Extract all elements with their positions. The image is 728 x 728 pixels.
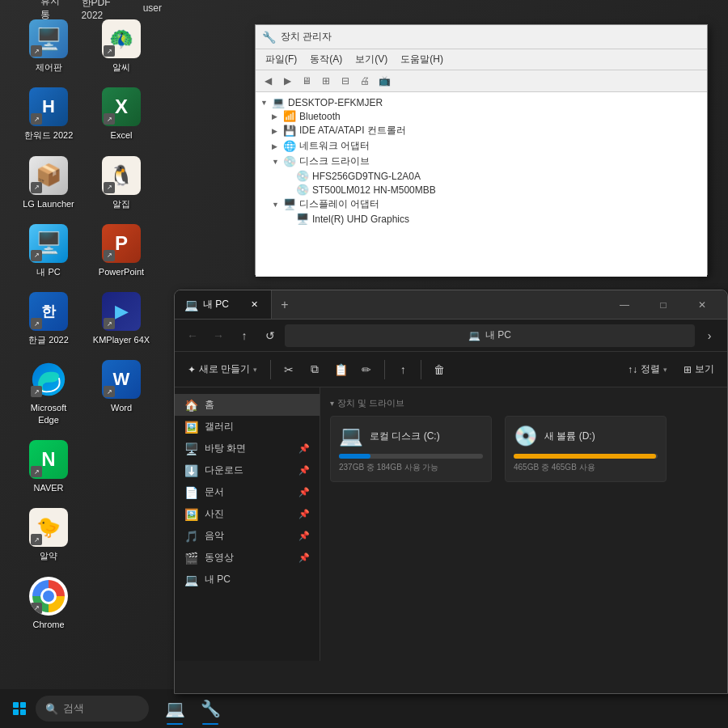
- tree-disk-drives[interactable]: ▼ 💿 디스크 드라이브: [259, 154, 704, 169]
- sidebar-documents-label: 문서: [205, 485, 224, 499]
- toolbar-paste[interactable]: 📋: [329, 358, 352, 381]
- toolbar-rename[interactable]: ✏: [355, 358, 378, 381]
- toolbar-delete[interactable]: 🗑: [428, 358, 451, 381]
- view-icon: ⊞: [684, 364, 692, 375]
- desktop-icon-hanword[interactable]: H ↗ 한워드 2022: [16, 84, 81, 144]
- menu-help[interactable]: 도움말(H): [394, 51, 450, 68]
- win-close[interactable]: ✕: [684, 292, 721, 318]
- explorer-titlebar: 💻 내 PC ✕ + — □ ✕: [175, 290, 727, 320]
- toolbar-copy[interactable]: ⧉: [303, 358, 326, 381]
- desktop-icon-hangul[interactable]: 한 ↗ 한글 2022: [16, 289, 81, 349]
- desktop-icon-aljip[interactable]: 🐧 ↗ 알집: [89, 153, 154, 213]
- drive-d[interactable]: 💿 새 볼륨 (D:) 465GB 중 465GB 사용: [505, 416, 667, 482]
- drive-c-icon: 💻: [339, 425, 363, 447]
- toolbar-share[interactable]: ↑: [392, 358, 414, 381]
- menu-file[interactable]: 파일(F): [259, 51, 303, 68]
- sidebar-my-pc[interactable]: 💻 내 PC: [175, 569, 320, 590]
- nav-back[interactable]: ←: [181, 324, 204, 347]
- nav-up[interactable]: ↑: [233, 324, 256, 347]
- tree-network[interactable]: ▶ 🌐 네트워크 어댑터: [259, 138, 704, 154]
- new-chevron: ▾: [253, 366, 257, 374]
- desktop-icon-lg-launcher[interactable]: 📦 ↗ LG Launcher: [16, 153, 81, 213]
- taskbar-device-mgr[interactable]: 🔧: [194, 692, 226, 725]
- icon-label-naver: NAVER: [33, 482, 63, 493]
- sort-chevron: ▾: [663, 366, 667, 374]
- tb-print[interactable]: 🖨: [356, 72, 374, 90]
- explorer-tab-close[interactable]: ✕: [247, 298, 261, 312]
- sidebar-gallery[interactable]: 🖼️ 갤러리: [175, 416, 320, 438]
- explorer-tab-add[interactable]: +: [272, 292, 298, 318]
- explorer-tab-title: 내 PC: [203, 298, 229, 311]
- toolbar-sep1: [270, 360, 271, 379]
- tree-ide[interactable]: ▶ 💾 IDE ATA/ATAPI 컨트롤러: [259, 123, 704, 138]
- music-icon: 🎵: [184, 530, 198, 543]
- sidebar-pictures[interactable]: 🖼️ 사진 📌: [175, 503, 320, 525]
- tb-computer[interactable]: 🖥: [298, 72, 315, 90]
- tree-bluetooth[interactable]: ▶ 📶 Bluetooth: [259, 109, 704, 123]
- toolbar-view[interactable]: ⊞ 보기: [677, 359, 721, 379]
- pictures-pin-icon: 📌: [298, 509, 310, 519]
- drive-c-header: 💻 로컬 디스크 (C:): [339, 425, 483, 447]
- tree-root[interactable]: ▼ 💻 DESKTOP-EFKMJER: [259, 95, 704, 109]
- toolbar-new[interactable]: ✦ 새로 만들기 ▾: [181, 359, 264, 379]
- desktop-icon-powerpoint[interactable]: P ↗ PowerPoint: [89, 221, 154, 281]
- explorer-tab-my-pc[interactable]: 💻 내 PC ✕: [175, 290, 272, 319]
- new-icon: ✦: [188, 364, 196, 375]
- tree-st500[interactable]: ▶ 💿 ST500LM012 HN-M500MBB: [259, 183, 704, 197]
- icon-label-lg-launcher: LG Launcher: [23, 198, 74, 210]
- desktop-icon-kmplayer[interactable]: ▶ ↗ KMPlayer 64X: [89, 289, 154, 349]
- desktop-icon-alzak[interactable]: 🐤 ↗ 알약: [16, 505, 81, 565]
- sidebar-music[interactable]: 🎵 음악 📌: [175, 525, 320, 547]
- desktop-icon-naver[interactable]: N ↗ NAVER: [16, 437, 81, 497]
- desktop-icon-control-panel[interactable]: 🖥️ ↗ 제어판: [16, 16, 81, 76]
- tb-monitor[interactable]: 📺: [375, 72, 393, 90]
- drive-d-info: 465GB 중 465GB 사용: [514, 462, 658, 473]
- taskbar-search[interactable]: 🔍 검색: [36, 696, 149, 722]
- file-explorer-window: 💻 내 PC ✕ + — □ ✕ ← → ↑ ↺ 💻 내 PC ›: [174, 290, 728, 694]
- desktop-icon-word[interactable]: W ↗ Word: [89, 357, 154, 417]
- tb-forward[interactable]: ▶: [278, 72, 296, 90]
- toolbar-sort[interactable]: ↑↓ 정렬 ▾: [621, 359, 674, 379]
- icon-label-chrome: Chrome: [32, 619, 64, 630]
- tb-grid2[interactable]: ⊟: [336, 72, 354, 90]
- desktop-icon-my-pc[interactable]: 🖥️ ↗ 내 PC: [16, 221, 81, 281]
- menu-action[interactable]: 동작(A): [303, 51, 349, 68]
- start-button[interactable]: [6, 696, 32, 722]
- drive-c-info: 237GB 중 184GB 사용 가능: [339, 462, 483, 473]
- start-glyph: [13, 702, 26, 715]
- toolbar-cut[interactable]: ✂: [277, 358, 300, 381]
- tb-grid[interactable]: ⊞: [317, 72, 335, 90]
- desktop-icon-alssee[interactable]: 🦚 ↗ 알씨: [89, 16, 154, 76]
- win-maximize[interactable]: □: [645, 292, 682, 318]
- toolbar-sep2: [384, 360, 385, 379]
- tree-intel-uhd[interactable]: ▶ 🖥️ Intel(R) UHD Graphics: [259, 212, 704, 226]
- desktop-icon-excel[interactable]: X ↗ Excel: [89, 84, 154, 144]
- nav-address-bar[interactable]: 💻 내 PC: [285, 324, 695, 347]
- sidebar-downloads[interactable]: ⬇️ 다운로드 📌: [175, 459, 320, 481]
- sidebar-pictures-label: 사진: [205, 507, 224, 521]
- sidebar-home[interactable]: 🏠 홈: [175, 394, 320, 416]
- sidebar-documents[interactable]: 📄 문서 📌: [175, 481, 320, 503]
- icon-label-alssee: 알씨: [112, 61, 130, 73]
- sidebar-videos[interactable]: 🎬 동영상 📌: [175, 547, 320, 569]
- drive-c[interactable]: 💻 로컬 디스크 (C:) 237GB 중 184GB 사용 가능: [330, 416, 492, 482]
- nav-forward[interactable]: →: [207, 324, 230, 347]
- sidebar-desktop[interactable]: 🖥️ 바탕 화면 📌: [175, 438, 320, 459]
- win-minimize[interactable]: —: [606, 292, 643, 318]
- tree-hfs[interactable]: ▶ 💿 HFS256GD9TNG-L2A0A: [259, 169, 704, 183]
- drive-c-bar-bg: [339, 454, 483, 459]
- drives-section-header: 장치 및 드라이브: [330, 397, 717, 409]
- desktop-pin-icon: 📌: [298, 443, 310, 454]
- documents-pin-icon: 📌: [298, 487, 310, 497]
- drive-c-name: 로컬 디스크 (C:): [370, 430, 440, 443]
- desktop-icon-edge[interactable]: ↗ Microsoft Edge: [16, 357, 81, 429]
- nav-expand[interactable]: ›: [698, 324, 721, 347]
- explorer-tabs: 💻 내 PC ✕ +: [175, 290, 606, 319]
- tree-display[interactable]: ▼ 🖥️ 디스플레이 어댑터: [259, 197, 704, 212]
- menu-view[interactable]: 보기(V): [349, 51, 394, 68]
- desktop-icon-chrome[interactable]: ↗ Chrome: [16, 574, 81, 633]
- icon-label-my-pc: 내 PC: [36, 266, 60, 277]
- taskbar-my-pc[interactable]: 💻: [159, 692, 191, 725]
- tb-back[interactable]: ◀: [259, 72, 277, 90]
- nav-refresh[interactable]: ↺: [259, 324, 281, 347]
